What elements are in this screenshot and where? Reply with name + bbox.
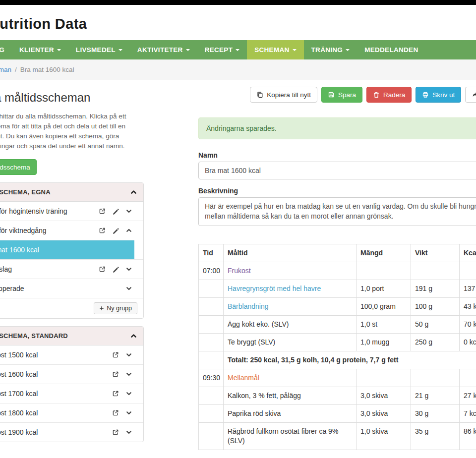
share-icon[interactable] bbox=[99, 266, 106, 273]
nav-item-logg[interactable]: LOGG bbox=[0, 40, 12, 59]
cell-kcal: 137 kcal bbox=[460, 280, 476, 298]
chevron-up-icon[interactable] bbox=[125, 227, 132, 234]
cell-vikt: 100 g bbox=[411, 298, 460, 316]
caret-down-icon bbox=[186, 49, 190, 51]
breadcrumb-current: Bra mat 1600 kcal bbox=[20, 66, 74, 73]
copy-to-new-button[interactable]: Kopiera till nytt bbox=[250, 87, 317, 103]
nav-item-livsmedel[interactable]: LIVSMEDEL bbox=[68, 40, 130, 59]
cell-vikt: 21 g bbox=[411, 387, 460, 405]
edit-pencil-icon[interactable] bbox=[112, 208, 119, 215]
nav-item-scheman[interactable]: SCHEMAN bbox=[247, 40, 303, 59]
chevron-down-icon[interactable] bbox=[125, 390, 132, 397]
cell-meal: Rågbröd fullkorn osötat fibrer ca 9% (SL… bbox=[224, 423, 357, 450]
total-cell: Totalt: 250 kcal, 31,5 g kolh, 10,4 g pr… bbox=[224, 351, 476, 369]
table-row: 07:00 Frukost bbox=[199, 262, 476, 280]
cell-kcal: 70 kcal bbox=[460, 316, 476, 334]
printer-icon bbox=[422, 91, 429, 98]
toolbar: Kopiera till nytt Spara Radera Skriv ut … bbox=[198, 87, 476, 103]
caret-down-icon bbox=[119, 49, 122, 51]
delete-button[interactable]: Radera bbox=[366, 87, 412, 103]
description-textarea[interactable]: Här är exempel på hur en bra matdag kan … bbox=[198, 197, 476, 226]
edit-pencil-icon[interactable] bbox=[112, 227, 119, 234]
edit-pencil-icon[interactable] bbox=[112, 266, 119, 273]
table-row: Paprika röd skiva 3,0 skiva 30 g 7 kcal bbox=[199, 405, 476, 423]
cell-vikt: 35 g bbox=[411, 423, 460, 450]
caret-down-icon bbox=[293, 49, 297, 51]
col-header-maltid: Måltid bbox=[224, 244, 357, 262]
new-schema-button[interactable]: Nytt måltidsschema bbox=[0, 159, 37, 175]
share-icon[interactable] bbox=[99, 227, 106, 234]
save-button[interactable]: Spara bbox=[321, 87, 362, 103]
schema-item[interactable]: Grundkost 1500 kcal bbox=[0, 345, 143, 364]
meal-category-mellanmal[interactable]: Mellanmål bbox=[224, 369, 357, 387]
table-total-row: Totalt: 250 kcal, 31,5 g kolh, 10,4 g pr… bbox=[199, 351, 476, 369]
panel-egna-header[interactable]: MÅLTIDSSCHEMA, EGNA bbox=[0, 183, 143, 202]
chevron-down-icon[interactable] bbox=[125, 409, 132, 416]
name-label: Namn bbox=[198, 151, 476, 159]
schema-item-selected[interactable]: Bra mat 1600 kcal bbox=[0, 240, 134, 259]
print-button[interactable]: Skriv ut bbox=[416, 87, 461, 103]
chevron-down-icon[interactable] bbox=[125, 429, 132, 436]
food-link[interactable]: Bärblandning bbox=[228, 302, 269, 310]
breadcrumb-separator: / bbox=[11, 66, 20, 73]
top-black-bar bbox=[0, 0, 476, 5]
cell-vikt: 50 g bbox=[411, 316, 460, 334]
schema-item[interactable]: Kost för viktnedgång bbox=[0, 221, 143, 240]
schema-item[interactable]: Kost för högintensiv träning bbox=[0, 202, 143, 221]
nav-item-meddelanden[interactable]: MEDDELANDEN bbox=[357, 40, 425, 59]
cell-vikt: 250 g bbox=[411, 334, 460, 351]
schema-item[interactable]: Grundkost 1900 kcal bbox=[0, 422, 143, 442]
main-navigation: LOGG KLIENTER LIVSMEDEL AKTIVITETER RECE… bbox=[0, 40, 476, 59]
nav-item-recept[interactable]: RECEPT bbox=[197, 40, 247, 59]
meal-schedule-table: Tid Måltid Mängd Vikt Kcal 07:00 Frukost… bbox=[198, 244, 476, 450]
nav-item-traning[interactable]: TRÄNING bbox=[304, 40, 357, 59]
panel-standard-header[interactable]: MÅLTIDSSCHEMA, STANDARD bbox=[0, 327, 143, 345]
cell-tid: 09:30 bbox=[199, 369, 224, 387]
nav-item-aktiviteter[interactable]: AKTIVITETER bbox=[130, 40, 197, 59]
chevron-down-icon[interactable] bbox=[125, 285, 132, 292]
assign-button[interactable]: Dela ut bbox=[465, 87, 476, 103]
cell-kcal: 7 kcal bbox=[460, 405, 476, 423]
breadcrumb: Scheman/Bra mat 1600 kcal bbox=[0, 59, 476, 80]
chevron-down-icon[interactable] bbox=[125, 351, 132, 358]
share-icon[interactable] bbox=[112, 429, 119, 436]
cell-mangd: 1,0 st bbox=[357, 316, 411, 334]
name-input[interactable] bbox=[198, 162, 476, 179]
chevron-down-icon[interactable] bbox=[125, 371, 132, 378]
col-header-tid: Tid bbox=[199, 244, 224, 262]
chevron-up-icon bbox=[130, 188, 137, 196]
share-icon[interactable] bbox=[112, 351, 119, 358]
share-icon[interactable] bbox=[112, 409, 119, 416]
share-icon[interactable] bbox=[99, 208, 106, 215]
share-icon[interactable] bbox=[112, 390, 119, 397]
schema-item[interactable]: Grundkost 1600 kcal bbox=[0, 364, 143, 384]
col-header-mangd: Mängd bbox=[357, 244, 411, 262]
col-header-kcal: Kcal bbox=[460, 244, 476, 262]
new-group-button[interactable]: Ny grupp bbox=[94, 302, 137, 314]
save-icon bbox=[328, 91, 335, 98]
caret-down-icon bbox=[236, 49, 239, 51]
caret-down-icon bbox=[57, 49, 61, 51]
schema-item[interactable]: Grundkost 1800 kcal bbox=[0, 403, 143, 422]
main-content: Kopiera till nytt Spara Radera Skriv ut … bbox=[198, 87, 476, 450]
cell-kcal: 86 kcal bbox=[460, 423, 476, 450]
description-label: Beskrivning bbox=[198, 187, 476, 195]
col-header-vikt: Vikt bbox=[411, 244, 460, 262]
share-icon[interactable] bbox=[112, 371, 119, 378]
food-link[interactable]: Havregrynsgröt med hel havre bbox=[228, 285, 321, 292]
panel-schema-egna: MÅLTIDSSCHEMA, EGNA Kost för högintensiv… bbox=[0, 182, 144, 319]
table-row: Havregrynsgröt med hel havre 1,0 port 19… bbox=[199, 280, 476, 298]
panel-schema-standard: MÅLTIDSSCHEMA, STANDARD Grundkost 1500 k… bbox=[0, 326, 144, 442]
share-forward-icon bbox=[472, 91, 476, 98]
app-logo: Nutrition Data bbox=[0, 16, 87, 32]
schema-item[interactable]: Kostförslag bbox=[0, 259, 143, 279]
chevron-down-icon[interactable] bbox=[125, 266, 132, 273]
chevron-down-icon[interactable] bbox=[125, 208, 132, 215]
schema-group-item[interactable]: Ogrupperade bbox=[0, 279, 143, 298]
breadcrumb-parent-link[interactable]: Scheman bbox=[0, 66, 11, 73]
meal-category-frukost[interactable]: Frukost bbox=[224, 262, 357, 280]
nav-item-klienter[interactable]: KLIENTER bbox=[12, 40, 68, 59]
schema-item[interactable]: Grundkost 1700 kcal bbox=[0, 384, 143, 403]
cell-meal: Te bryggt (SLV) bbox=[224, 334, 357, 351]
table-row: Ägg kokt eko. (SLV) 1,0 st 50 g 70 kcal bbox=[199, 316, 476, 334]
